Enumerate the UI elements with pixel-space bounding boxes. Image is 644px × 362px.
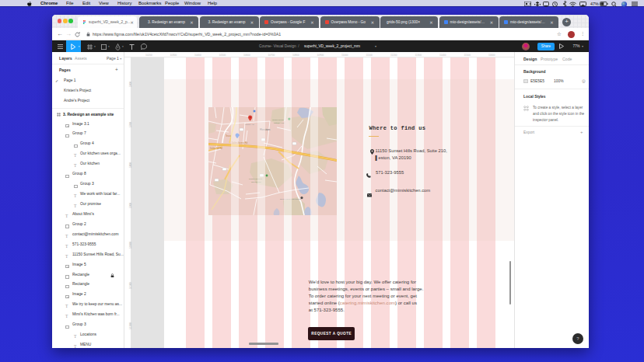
svg-text:Natural Area: Natural Area (274, 122, 285, 124)
svg-text:Wiehle Ave: Wiehle Ave (245, 124, 255, 126)
svg-text:Dulles Toll Rd: Dulles Toll Rd (210, 147, 222, 150)
